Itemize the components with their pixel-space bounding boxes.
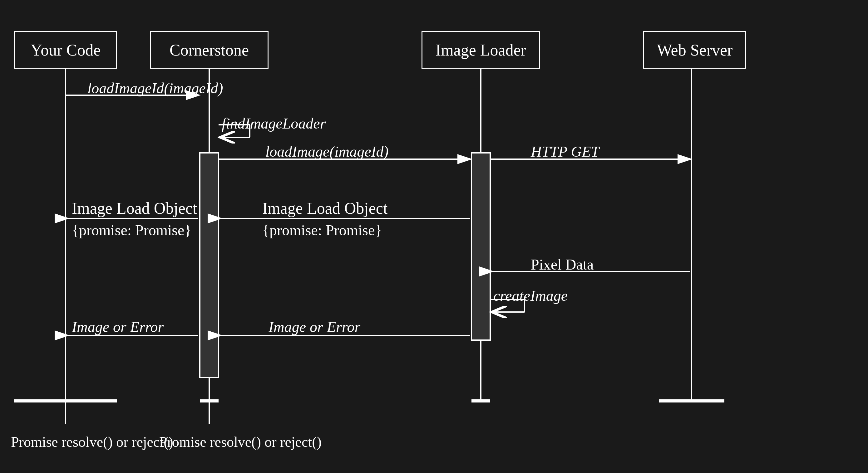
actor-web-server: Web Server <box>643 31 746 69</box>
actor-your-code: Your Code <box>14 31 117 69</box>
actor-cornerstone: Cornerstone <box>150 31 269 69</box>
msg-load-image-1: loadImageId(imageId) <box>87 79 223 97</box>
actor-image-loader-label: Image Loader <box>436 41 526 59</box>
msg-pixel-data: Pixel Data <box>531 256 594 273</box>
msg-create-image: createImage <box>493 287 568 304</box>
sequence-diagram: Your Code Cornerstone Image Loader Web S… <box>0 0 868 473</box>
actor-image-loader: Image Loader <box>422 31 540 69</box>
msg-http-get: HTTP GET <box>531 143 599 160</box>
msg-image-load-obj-2-line2: {promise: Promise} <box>262 222 382 239</box>
svg-rect-26 <box>14 399 117 403</box>
svg-rect-27 <box>200 399 219 403</box>
svg-rect-28 <box>471 399 490 403</box>
msg-image-or-error-2: Image or Error <box>269 318 360 335</box>
msg-image-or-error-1: Image or Error <box>72 318 164 335</box>
svg-rect-29 <box>659 399 724 403</box>
actor-web-server-label: Web Server <box>657 41 733 59</box>
footer-promise-2: Promise resolve() or reject() <box>159 434 321 450</box>
msg-find-image-loader: findImageLoader <box>222 115 326 132</box>
svg-rect-2 <box>200 153 219 377</box>
svg-rect-5 <box>471 153 490 340</box>
msg-image-load-obj-2-line1: Image Load Object <box>262 199 388 217</box>
msg-image-load-obj-1-line2: {promise: Promise} <box>72 222 191 239</box>
actor-cornerstone-label: Cornerstone <box>169 41 249 59</box>
msg-image-load-obj-1-line1: Image Load Object <box>72 199 197 217</box>
actor-your-code-label: Your Code <box>31 41 100 59</box>
msg-load-image-2: loadImage(imageId) <box>266 143 389 160</box>
footer-promise-1: Promise resolve() or reject() <box>11 434 173 450</box>
